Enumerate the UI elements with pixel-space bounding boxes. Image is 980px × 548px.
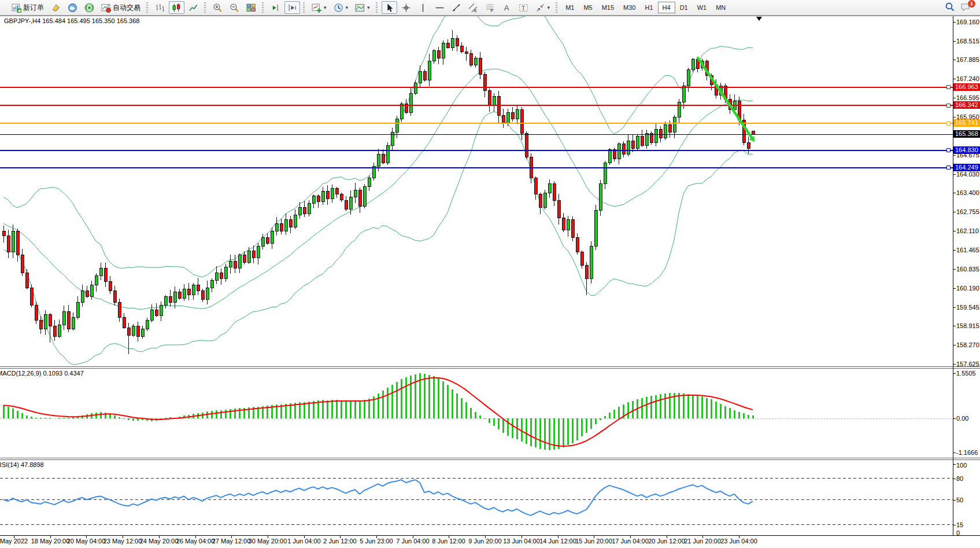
toolbar-cursor-button[interactable] (382, 1, 397, 14)
macd-bar (641, 398, 643, 418)
toolbar-auto-scroll-button[interactable] (268, 1, 283, 14)
shapes-icon (535, 3, 545, 13)
toolbar-vertical-line-button[interactable] (415, 1, 431, 14)
search-button[interactable] (945, 2, 955, 14)
zoom-out-icon (230, 3, 239, 13)
candle-body (113, 290, 116, 303)
level-line-handle[interactable] (946, 104, 950, 107)
toolbar-text-button[interactable]: A (499, 1, 515, 14)
macd-bar (63, 418, 65, 419)
timeframe-H1-button[interactable]: H1 (641, 2, 658, 13)
svg-text:E: E (474, 8, 477, 12)
level-lines (0, 86, 953, 170)
price-axis-label: 161.465 (956, 247, 979, 253)
toolbar-periods-button[interactable]: ▾ (331, 1, 352, 14)
price-level-badge: 165.368 (953, 130, 980, 138)
candle-body (428, 61, 431, 80)
rsi-axis-label: 15 (956, 521, 963, 528)
macd-bar (322, 400, 324, 418)
toolbar-bar-chart-button[interactable] (152, 1, 168, 14)
time-axis-label: 8 Jun 12:00 (432, 538, 465, 545)
macd-axis-label: 1.5505 (956, 370, 976, 377)
candle-body (553, 184, 556, 200)
candle-body (354, 190, 357, 197)
toolbar-signals-button[interactable] (82, 1, 97, 14)
rsi-indicator-label: RSI(14) 47.8898 (0, 461, 44, 468)
macd-bar (317, 400, 319, 418)
chat-button[interactable]: 1 (960, 2, 973, 13)
toolbar-new-order-button[interactable]: 新订单 (9, 1, 47, 14)
macd-bar (586, 418, 587, 433)
toolbar-line-chart-button[interactable] (186, 1, 201, 14)
macd-bar (489, 418, 490, 423)
timeframe-M15-button[interactable]: M15 (597, 2, 619, 13)
timeframe-MN-button[interactable]: MN (711, 2, 730, 13)
candle-body (687, 70, 690, 86)
chart-canvas[interactable] (0, 16, 980, 548)
hline-icon (435, 3, 445, 13)
toolbar-fibonacci-button[interactable]: F (482, 1, 498, 14)
clock-icon (334, 3, 343, 13)
toolbar-chart-shift-button[interactable] (284, 1, 300, 14)
candle-body (437, 50, 440, 58)
toolbar-candlestick-chart-button[interactable] (169, 1, 184, 14)
timeframe-W1-button[interactable]: W1 (693, 2, 712, 13)
macd-bar (58, 418, 60, 418)
trend-arrow[interactable] (698, 58, 755, 142)
level-line-handle[interactable] (946, 86, 950, 89)
bollinger-upper (3, 16, 753, 277)
timeframe-M5-button[interactable]: M5 (579, 2, 597, 13)
chart-window[interactable]: GBPJPY-,H4 165.484 165.495 165.350 165.3… (0, 16, 980, 548)
toolbar-grip (262, 2, 264, 13)
macd-bar (572, 418, 574, 443)
macd-bar (697, 396, 698, 418)
candle-body (141, 329, 144, 337)
candle-body (358, 190, 361, 206)
toolbar-zoom-in-button[interactable] (210, 1, 225, 14)
macd-bar (470, 408, 472, 418)
price-axis-label: 160.835 (956, 266, 979, 273)
candle-body (39, 321, 42, 329)
toolbar-market-button[interactable] (48, 1, 64, 14)
toolbar-tile-windows-button[interactable] (243, 1, 259, 14)
macd-bar (632, 401, 634, 418)
level-line-handle[interactable] (946, 149, 950, 152)
toolbar-zoom-out-button[interactable] (227, 1, 242, 14)
price-axis-label: 158.270 (956, 341, 979, 348)
time-axis-label: 23 Jun 04:00 (720, 538, 757, 545)
macd-bar (493, 418, 495, 426)
candle-body (104, 269, 107, 282)
toolbar-text-label-button[interactable]: T (516, 1, 531, 14)
toolbar-auto-trading-button[interactable]: 自动交易 (98, 1, 143, 14)
toolbar-trendline-button[interactable] (449, 1, 464, 14)
magnifier-icon (945, 2, 955, 12)
macd-panel (0, 373, 953, 450)
candle-body (349, 197, 352, 209)
level-line-handle[interactable] (946, 166, 950, 170)
timeframe-M30-button[interactable]: M30 (619, 2, 640, 13)
macd-bar (724, 406, 726, 418)
timeframe-H4-button[interactable]: H4 (658, 2, 675, 13)
price-axis-label: 166.595 (956, 94, 979, 101)
macd-bar (49, 418, 51, 418)
macd-bar (734, 410, 735, 418)
toolbar-templates-button[interactable]: ▾ (352, 1, 373, 14)
toolbar-crosshair-button[interactable] (398, 1, 414, 14)
timeframe-D1-button[interactable]: D1 (675, 2, 693, 13)
candle-body (35, 306, 38, 321)
toolbar-equidistant-channel-button[interactable]: E (465, 1, 481, 14)
timeframe-M1-button[interactable]: M1 (561, 2, 579, 13)
chart-shift-marker[interactable] (756, 17, 762, 21)
toolbar-arrows-button[interactable]: ▾ (532, 1, 553, 14)
time-axis-label: 26 May 04:00 (176, 538, 215, 545)
candle-body (608, 150, 611, 163)
toolbar-indicators-button[interactable]: ▾ (309, 1, 330, 14)
candle-body (67, 311, 70, 329)
candles-icon (172, 3, 182, 13)
candle-body (678, 102, 681, 117)
level-line-handle[interactable] (946, 122, 950, 125)
toolbar-horizontal-line-button[interactable] (432, 1, 448, 14)
toolbar-cloud-button[interactable] (65, 1, 80, 14)
macd-bar (512, 418, 513, 438)
candle-body (622, 144, 625, 155)
